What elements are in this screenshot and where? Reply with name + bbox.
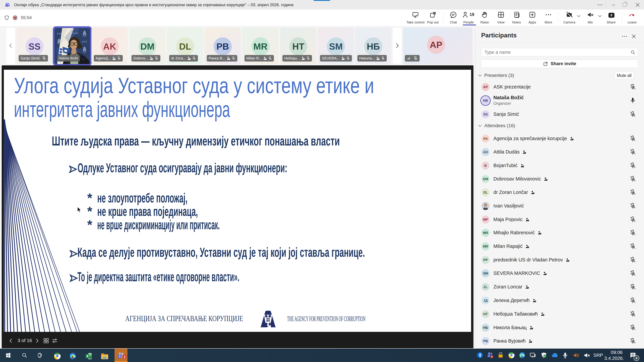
svg-text:Када се делује противуставно,: Када се делује противуставно, Уставни су…	[78, 245, 365, 260]
svg-text:интегритета јавних функционера: интегритета јавних функционера	[14, 97, 230, 122]
svg-text:не злоупотребе положај,: не злоупотребе положај,	[97, 191, 188, 205]
svg-text:То је директна заштита «етике: То је директна заштита «етике одговорне …	[78, 269, 239, 284]
svg-text:Улога судија Уставног суда у с: Улога судија Уставног суда у систему ети…	[14, 73, 374, 98]
svg-text:Штите људска права — кључну ди: Штите људска права — кључну димензију ет…	[52, 134, 340, 148]
svg-text:АГЕНЦИЈА ЗА СПРЕЧАВАЊЕ КОРУПЦИ: АГЕНЦИЈА ЗА СПРЕЧАВАЊЕ КОРУПЦИЈЕ	[125, 314, 243, 323]
svg-text:THE AGENCY FOR PREVENTION OF C: THE AGENCY FOR PREVENTION OF CORRUPTION	[287, 315, 366, 323]
svg-text:*: *	[87, 217, 92, 232]
svg-text:T: T	[6, 5, 7, 6]
svg-text:*: *	[87, 204, 92, 219]
svg-text:*: *	[87, 191, 92, 205]
svg-text:Одлуке Уставног суда осигурава: Одлуке Уставног суда осигуравају да јавн…	[78, 160, 287, 175]
svg-text:не врше дискриминацију или при: не врше дискриминацију или притисак.	[97, 217, 220, 232]
svg-text:не крше права појединаца,: не крше права појединаца,	[97, 204, 198, 219]
svg-text:T: T	[488, 355, 490, 357]
svg-text:ACK: ACK	[82, 40, 88, 43]
svg-text:T: T	[119, 355, 120, 358]
